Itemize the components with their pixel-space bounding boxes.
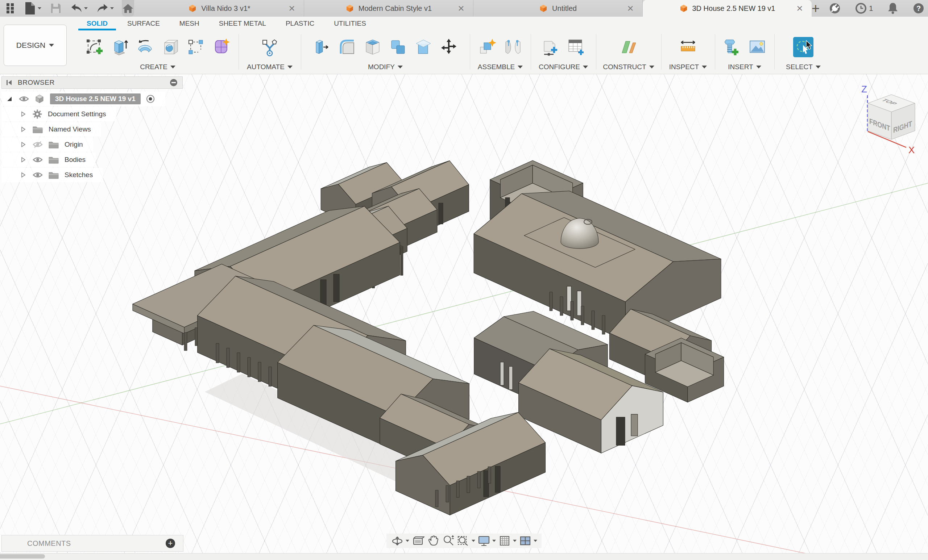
create-form-icon[interactable] bbox=[211, 37, 231, 57]
visibility-eye-off-icon[interactable] bbox=[33, 141, 43, 148]
create-sketch-icon[interactable] bbox=[84, 37, 104, 57]
move-icon[interactable] bbox=[439, 37, 459, 57]
tab-sheet-metal[interactable]: SHEET METAL bbox=[209, 17, 276, 30]
construction-plane-icon[interactable] bbox=[618, 37, 639, 57]
root-expander-icon[interactable] bbox=[6, 96, 13, 102]
timeline-handle[interactable] bbox=[0, 554, 45, 558]
combine-icon[interactable] bbox=[388, 37, 408, 57]
extensions-icon[interactable] bbox=[829, 3, 841, 14]
orbit-caret-icon[interactable] bbox=[406, 540, 409, 542]
document-tab-1[interactable]: Villa Nido 3 v1* bbox=[135, 0, 304, 17]
viewports-caret-icon[interactable] bbox=[534, 540, 537, 542]
expander-icon[interactable] bbox=[20, 141, 27, 148]
browser-row-named-views[interactable]: Named Views bbox=[2, 122, 101, 137]
browser-row-origin[interactable]: Origin bbox=[2, 137, 93, 152]
shell-icon[interactable] bbox=[362, 37, 383, 57]
expander-icon[interactable] bbox=[20, 172, 27, 178]
minimize-browser-icon[interactable] bbox=[169, 78, 178, 87]
press-pull-icon[interactable] bbox=[312, 37, 332, 57]
new-document-button[interactable] bbox=[812, 0, 820, 17]
activate-component-radio[interactable] bbox=[146, 94, 155, 103]
collapse-panel-icon[interactable] bbox=[5, 79, 14, 87]
save-icon[interactable] bbox=[50, 3, 62, 14]
inspect-menu[interactable]: INSPECT bbox=[669, 63, 707, 71]
browser-row-sketches[interactable]: Sketches bbox=[2, 168, 103, 182]
browser-root-row[interactable]: 3D House 2.5 NEW 19 v1 bbox=[2, 92, 165, 106]
configure-menu[interactable]: CONFIGURE bbox=[539, 63, 588, 71]
zoom-tool[interactable] bbox=[442, 534, 455, 547]
insert-menu[interactable]: INSERT bbox=[728, 63, 761, 71]
document-tab-2[interactable]: Modern Cabin Style v1 bbox=[304, 0, 473, 17]
extrude-icon[interactable] bbox=[110, 37, 130, 57]
fillet-icon[interactable] bbox=[337, 37, 357, 57]
add-comment-icon[interactable] bbox=[166, 539, 175, 548]
notifications-bell-icon[interactable] bbox=[887, 2, 898, 14]
model-geometry[interactable] bbox=[133, 160, 724, 515]
document-tab-3[interactable]: Untitled bbox=[473, 0, 643, 17]
document-tab-4-active[interactable]: 3D House 2.5 NEW 19 v1 bbox=[643, 0, 812, 17]
tab-close-icon[interactable] bbox=[287, 4, 296, 13]
hole-icon[interactable] bbox=[160, 37, 180, 57]
measure-icon[interactable] bbox=[678, 37, 698, 57]
grid-caret-icon[interactable] bbox=[513, 540, 517, 542]
visibility-eye-icon[interactable] bbox=[33, 171, 43, 179]
zoom-window-tool[interactable] bbox=[457, 534, 475, 547]
tab-solid[interactable]: SOLID bbox=[77, 17, 118, 30]
expander-icon[interactable] bbox=[20, 111, 27, 117]
zoom-window-caret-icon[interactable] bbox=[472, 540, 475, 542]
tab-close-icon[interactable] bbox=[456, 4, 466, 13]
tab-mesh[interactable]: MESH bbox=[169, 17, 209, 30]
orbit-tool[interactable] bbox=[391, 534, 409, 547]
root-component-name[interactable]: 3D House 2.5 NEW 19 v1 bbox=[50, 93, 140, 104]
select-menu[interactable]: SELECT bbox=[786, 63, 821, 71]
home-button[interactable] bbox=[122, 0, 134, 17]
select-tool-icon[interactable] bbox=[793, 37, 814, 57]
expander-icon[interactable] bbox=[20, 126, 27, 132]
split-body-icon[interactable] bbox=[413, 37, 433, 57]
tab-utilities[interactable]: UTILITIES bbox=[324, 17, 376, 30]
tab-close-icon[interactable] bbox=[626, 4, 635, 13]
tab-close-icon[interactable] bbox=[795, 4, 804, 13]
job-status-icon[interactable]: 1 bbox=[855, 3, 873, 14]
insert-canvas-icon[interactable] bbox=[747, 37, 768, 57]
visibility-eye-icon[interactable] bbox=[33, 156, 43, 163]
group-modify: MODIFY bbox=[301, 30, 470, 74]
file-menu-icon[interactable] bbox=[24, 2, 41, 15]
modify-menu[interactable]: MODIFY bbox=[368, 63, 403, 71]
pan-tool[interactable] bbox=[427, 534, 440, 547]
viewport-3d[interactable]: BROWSER 3D House 2.5 NEW 19 v1 bbox=[0, 74, 928, 553]
rectangular-pattern-icon[interactable] bbox=[186, 37, 206, 57]
design-workspace-button[interactable]: DESIGN bbox=[4, 24, 67, 66]
tab-surface[interactable]: SURFACE bbox=[118, 17, 169, 30]
app-grid-icon[interactable] bbox=[6, 2, 15, 15]
expander-icon[interactable] bbox=[20, 157, 27, 163]
help-icon[interactable]: ? bbox=[913, 3, 924, 14]
create-menu[interactable]: CREATE bbox=[140, 63, 176, 71]
new-component-icon[interactable] bbox=[478, 37, 498, 57]
browser-item-label: Bodies bbox=[64, 156, 85, 164]
display-caret-icon[interactable] bbox=[492, 540, 496, 542]
configuration-table-icon[interactable] bbox=[566, 37, 586, 57]
comments-bar[interactable]: COMMENTS bbox=[2, 535, 183, 552]
assemble-menu[interactable]: ASSEMBLE bbox=[478, 63, 523, 71]
undo-icon[interactable] bbox=[70, 3, 88, 14]
redo-icon[interactable] bbox=[96, 3, 114, 14]
construct-menu[interactable]: CONSTRUCT bbox=[603, 63, 654, 71]
tab-plastic[interactable]: PLASTIC bbox=[276, 17, 324, 30]
display-settings[interactable] bbox=[478, 534, 496, 547]
grid-settings[interactable] bbox=[498, 534, 517, 547]
browser-row-document-settings[interactable]: Document Settings bbox=[2, 107, 116, 121]
browser-row-bodies[interactable]: Bodies bbox=[2, 152, 96, 167]
revolve-icon[interactable] bbox=[135, 37, 155, 57]
visibility-eye-icon[interactable] bbox=[19, 95, 29, 102]
automate-menu[interactable]: AUTOMATE bbox=[247, 63, 293, 71]
viewports-settings[interactable] bbox=[519, 534, 537, 547]
joint-icon[interactable] bbox=[503, 37, 523, 57]
view-cube[interactable]: Z TOP FRONT RIGHT X bbox=[856, 79, 924, 157]
look-at-tool[interactable] bbox=[411, 534, 424, 547]
insert-fastener-icon[interactable] bbox=[722, 37, 742, 57]
automate-icon[interactable] bbox=[259, 37, 280, 57]
configure-icon[interactable] bbox=[540, 37, 561, 57]
group-inspect: INSPECT bbox=[661, 30, 715, 74]
browser-header[interactable]: BROWSER bbox=[2, 76, 183, 89]
